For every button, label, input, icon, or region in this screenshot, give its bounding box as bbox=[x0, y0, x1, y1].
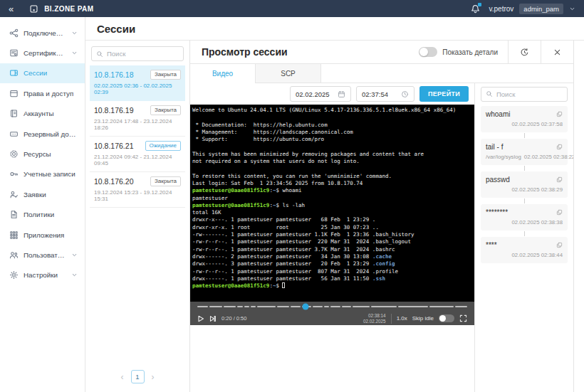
terminal-line: pamtestuser@0aae081f51c9:~$ ls -lah bbox=[192, 202, 474, 209]
copy-icon[interactable] bbox=[556, 144, 563, 150]
copy-icon[interactable] bbox=[556, 111, 563, 117]
command-item[interactable]: whoami 02.02.2025 02:37:58 bbox=[481, 106, 568, 132]
show-details-toggle[interactable] bbox=[419, 47, 437, 57]
session-status-badge: Закрыта bbox=[150, 105, 181, 115]
session-period: 02.02.2025 02:36 - 02.02.2025 02:39 bbox=[94, 83, 181, 95]
playback-speed-button[interactable]: 1.0x bbox=[397, 315, 407, 322]
command-detail: /var/log/syslog bbox=[486, 154, 521, 160]
playback-position-date: 02.02.2025 bbox=[363, 319, 386, 324]
calendar-icon[interactable] bbox=[338, 90, 345, 98]
session-list-item[interactable]: 10.8.176.21 Ожидание 21.12.2024 09:42 - … bbox=[90, 137, 185, 172]
seek-time-input[interactable] bbox=[362, 90, 397, 98]
progress-segment bbox=[277, 306, 289, 307]
progress-segment bbox=[197, 306, 208, 307]
command-timestamp: 02.02.2025 02:38:22 bbox=[524, 154, 573, 160]
sidebar-item-certificates[interactable]: Сертификаты bbox=[0, 43, 85, 63]
terminal-line: * Documentation: https://help.ubuntu.com bbox=[192, 122, 474, 129]
user-menu-chevron-down-icon[interactable] bbox=[569, 6, 575, 12]
seek-date-input[interactable] bbox=[296, 90, 334, 98]
sidebar-item-accounts[interactable]: Аккаунты bbox=[0, 104, 85, 124]
tab-scp[interactable]: SCP bbox=[256, 64, 321, 83]
session-list-item[interactable]: 10.8.176.20 Закрыта 19.12.2024 15:23 - 1… bbox=[90, 172, 185, 208]
sidebar-item-resources[interactable]: Ресурсы bbox=[0, 144, 85, 164]
command-item[interactable]: passwd 02.02.2025 02:38:29 bbox=[481, 171, 568, 198]
sidebar-item-users[interactable]: Пользователи и гр... bbox=[0, 245, 85, 265]
play-button[interactable] bbox=[197, 315, 204, 322]
session-period: 21.12.2024 09:42 - 21.12.2024 09:45 bbox=[94, 154, 181, 166]
rights-icon bbox=[9, 89, 19, 98]
step-forward-button[interactable] bbox=[209, 315, 217, 322]
session-status-badge: Ожидание bbox=[145, 141, 182, 151]
sidebar-item-backup[interactable]: Резервный доступ bbox=[0, 124, 85, 144]
session-list-item[interactable]: 10.8.176.19 Закрыта 23.12.2024 17:48 - 2… bbox=[90, 101, 185, 137]
progress-segment bbox=[342, 306, 352, 307]
pagination-prev-button[interactable]: ‹ bbox=[121, 373, 124, 381]
command-text: passwd bbox=[486, 176, 510, 184]
session-search-input[interactable] bbox=[107, 50, 179, 58]
close-viewer-button[interactable] bbox=[541, 41, 573, 63]
command-search-input[interactable] bbox=[496, 90, 563, 98]
session-ip: 10.8.176.19 bbox=[94, 106, 133, 115]
terminal-video-screen[interactable]: Welcome to Ubuntu 24.04.1 LTS (GNU/Linux… bbox=[190, 105, 474, 302]
sidebar-item-label: Сертификаты bbox=[24, 49, 66, 57]
role-badge: admin_pam bbox=[519, 4, 563, 14]
go-to-time-button[interactable]: ПЕРЕЙТИ bbox=[419, 86, 469, 102]
skip-idle-toggle[interactable] bbox=[439, 314, 454, 322]
connections-icon bbox=[9, 28, 19, 38]
playback-position-time: 02:38:14 bbox=[368, 313, 386, 318]
command-timestamp: 02.02.2025 02:37:58 bbox=[511, 121, 563, 127]
tab-видео[interactable]: Видео bbox=[190, 64, 256, 83]
pagination-page-1[interactable]: 1 bbox=[131, 370, 145, 383]
tab-label: Видео bbox=[212, 70, 233, 78]
command-search bbox=[481, 87, 568, 102]
progress-segment bbox=[353, 306, 370, 307]
sidebar-item-applications[interactable]: Приложения bbox=[0, 225, 85, 245]
command-item[interactable]: tail - f /var/log/syslog 02.02.2025 02:3… bbox=[481, 139, 568, 165]
session-history-button[interactable] bbox=[508, 41, 541, 63]
sidebar-item-requests[interactable]: Заявки bbox=[0, 184, 85, 204]
session-ip: 10.8.176.21 bbox=[94, 142, 133, 150]
sidebar-item-policies[interactable]: Политики bbox=[0, 205, 85, 225]
sidebar-item-connections[interactable]: Подключения bbox=[0, 23, 85, 43]
command-item[interactable]: **** 02.02.2025 02:38:44 bbox=[481, 237, 568, 263]
terminal-line bbox=[192, 143, 474, 150]
command-text: ******** bbox=[486, 208, 508, 216]
session-status-badge: Закрыта bbox=[150, 176, 181, 186]
resources-icon bbox=[9, 149, 19, 159]
video-column: ПЕРЕЙТИ Welcome to Ubuntu 24.04.1 LTS (G… bbox=[190, 83, 474, 392]
copy-icon[interactable] bbox=[556, 242, 563, 248]
copy-icon[interactable] bbox=[556, 176, 563, 183]
copy-icon[interactable] bbox=[556, 209, 563, 216]
clock-icon[interactable] bbox=[401, 90, 409, 98]
certificates-icon bbox=[9, 48, 19, 58]
progress-segment bbox=[330, 306, 340, 307]
timeline-connector bbox=[524, 231, 525, 236]
session-list-item[interactable]: 10.8.176.18 Закрыта 02.02.2025 02:36 - 0… bbox=[90, 65, 185, 101]
terminal-line: Welcome to Ubuntu 24.04.1 LTS (GNU/Linux… bbox=[192, 107, 474, 114]
sidebar-item-credentials[interactable]: Учетные записи bbox=[0, 164, 85, 184]
terminal-line: * Support: https://ubuntu.com/pro bbox=[192, 136, 474, 143]
pagination-next-button[interactable]: › bbox=[152, 373, 155, 381]
terminal-line: pamtestuser@0aae081f51c9:~$ whoami bbox=[192, 187, 474, 194]
video-progress-handle[interactable] bbox=[302, 304, 308, 310]
terminal-line: drwxr-x---. 1 pamtestuser pamtestuser 68… bbox=[192, 216, 474, 223]
progress-segment bbox=[313, 306, 323, 307]
video-progress-bar[interactable] bbox=[197, 302, 467, 312]
sidebar-item-sessions[interactable]: Сессии bbox=[0, 63, 85, 83]
command-timestamp: 02.02.2025 02:38:44 bbox=[511, 252, 563, 258]
seek-time-field[interactable] bbox=[356, 86, 414, 102]
session-period: 19.12.2024 15:23 - 19.12.2024 15:31 bbox=[94, 189, 181, 202]
command-item[interactable]: ******** 02.02.2025 02:38:38 bbox=[481, 204, 568, 231]
progress-segment bbox=[429, 306, 454, 307]
progress-segment bbox=[209, 306, 221, 307]
sidebar-item-settings[interactable]: Настройки bbox=[0, 265, 85, 285]
fullscreen-icon[interactable] bbox=[459, 314, 467, 322]
close-icon bbox=[553, 48, 562, 57]
sidebar-collapse-button[interactable]: « bbox=[9, 4, 14, 14]
progress-segment bbox=[244, 306, 249, 307]
chevron-down-icon bbox=[71, 30, 78, 36]
notifications-bell-icon[interactable] bbox=[470, 4, 481, 14]
seek-date-field[interactable] bbox=[290, 86, 351, 102]
sidebar-item-rights[interactable]: Права и доступ bbox=[0, 83, 85, 103]
viewer-title: Просмотр сессии bbox=[190, 46, 409, 58]
